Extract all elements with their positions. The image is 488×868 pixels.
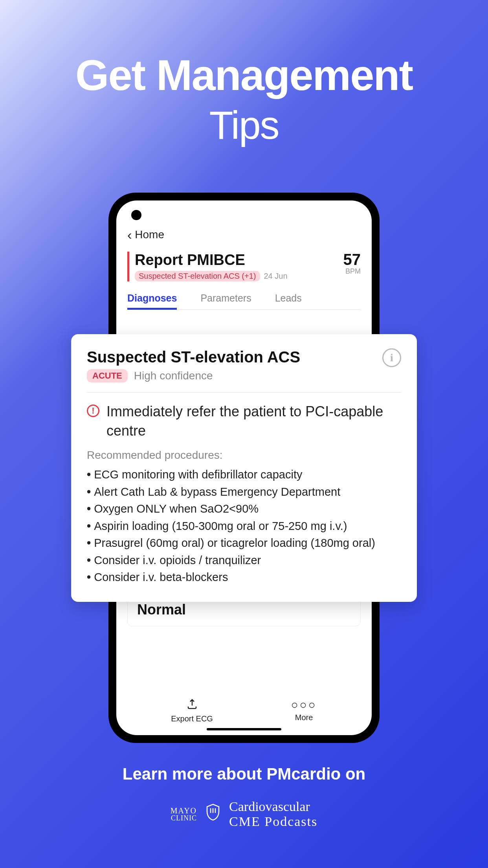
diagnosis-badge: Suspected ST-elevation ACS (+1) [135,271,260,281]
tab-bar: Diagnoses Parameters Leads [127,292,361,310]
footer-text: Learn more about PMcardio on [0,765,488,783]
report-date: 24 Jun [264,272,288,281]
hero-subtitle: Tips [0,103,488,148]
footer: Learn more about PMcardio on MAYO CLINIC… [0,765,488,829]
info-icon[interactable]: i [382,348,401,367]
back-button[interactable]: ‹ Home [127,228,361,241]
tab-diagnoses[interactable]: Diagnoses [127,292,177,309]
tab-leads[interactable]: Leads [275,292,302,309]
more-label: More [291,713,317,722]
divider [87,392,401,393]
procedure-item: Consider i.v. opioids / tranquilizer [87,552,401,569]
tab-parameters[interactable]: Parameters [200,292,251,309]
bpm-value: 57 [343,252,361,267]
confidence-label: High confidence [134,370,213,382]
export-button[interactable]: Export ECG [171,698,213,723]
procedure-item: Alert Cath Lab & bypass Emergency Depart… [87,484,401,501]
back-label: Home [135,228,164,241]
more-icon: ○○○ [291,698,317,712]
home-indicator [207,728,281,730]
export-label: Export ECG [171,714,213,723]
severity-badge: ACUTE [87,369,128,383]
recommended-label: Recommended procedures: [87,449,401,462]
report-header: Report PMIBCE Suspected ST-elevation ACS… [127,252,361,281]
export-icon [171,698,213,713]
alert-icon: ! [87,405,99,417]
camera-dot [131,210,141,220]
diagnosis-card: Suspected ST-elevation ACS ACUTE High co… [71,334,417,602]
diagnosis-title: Suspected ST-elevation ACS [87,348,300,366]
procedure-item: ECG monitoring with defibrillator capaci… [87,466,401,484]
alert-row: ! Immediately refer the patient to PCI-c… [87,402,401,440]
card-value: Normal [137,601,351,618]
bpm-label: BPM [343,267,361,276]
procedure-item: Consider i.v. beta-blockers [87,569,401,586]
brand-block: MAYO CLINIC Cardiovascular CME Podcasts [171,799,317,829]
more-button[interactable]: ○○○ More [291,698,317,723]
brand-text: Cardiovascular CME Podcasts [229,799,317,829]
report-title: Report PMIBCE [135,252,343,268]
chevron-left-icon: ‹ [127,228,132,241]
mayo-logo-text: MAYO CLINIC [171,807,197,822]
procedure-list: ECG monitoring with defibrillator capaci… [87,466,401,586]
alert-text: Immediately refer the patient to PCI-cap… [106,402,401,440]
procedure-item: Prasugrel (60mg oral) or ticagrelor load… [87,535,401,552]
bpm-display: 57 BPM [343,252,361,276]
hero: Get Management Tips [0,0,488,148]
procedure-item: Oxygen ONLY when SaO2<90% [87,500,401,518]
procedure-item: Aspirin loading (150-300mg oral or 75-25… [87,518,401,535]
shield-icon [205,804,220,824]
hero-title: Get Management [0,51,488,99]
